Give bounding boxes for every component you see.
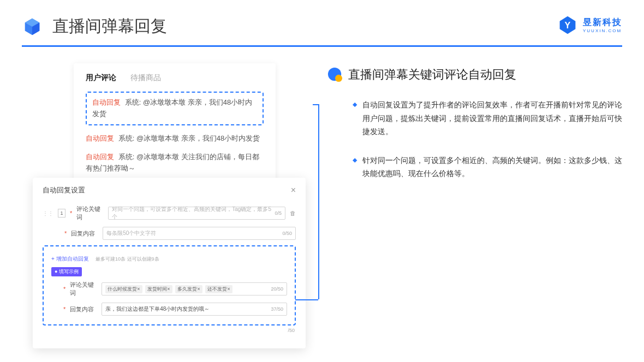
ex-content-input[interactable]: 亲，我们这边都是下单48小时内发货的哦～ 37/50 (102, 303, 287, 316)
tab-user-comments[interactable]: 用户评论 (86, 73, 116, 83)
content-input[interactable]: 每条限50个中文字符 0/50 (103, 227, 296, 240)
example-panel: + 增加自动回复 最多可建10条 还可以创建9条 ● 填写示例 * 评论关键词 … (43, 245, 296, 325)
auto-reply-label: 自动回复 (92, 98, 121, 106)
required-star: * (63, 286, 65, 292)
auto-reply-label: 自动回复 (86, 153, 114, 161)
tab-pending-goods[interactable]: 待播商品 (130, 73, 161, 83)
ex-keyword-label: 评论关键词 (70, 281, 97, 297)
brand-icon: Y (558, 15, 577, 35)
svg-text:Y: Y (565, 20, 571, 30)
auto-reply-label: 自动回复 (86, 134, 114, 142)
keyword-input[interactable]: 对同一个问题，可设置多个相近、高频的关键词，Tag确定，最多5个 0/5 (108, 207, 285, 220)
comment-line-3: 自动回复 系统: @冰墩墩本墩 关注我们的店铺，每日都有热门推荐呦～ (86, 152, 264, 174)
content-counter: 0/50 (282, 231, 292, 236)
ex-keyword-input[interactable]: 什么时候发货× 发货时间× 多久发货× 还不发货× 20/50 (102, 282, 287, 295)
close-icon[interactable]: × (291, 185, 296, 195)
auto-reply-settings-card: 自动回复设置 × ⋮⋮ 1 * 评论关键词 对同一个问题，可设置多个相近、高频的… (33, 178, 306, 348)
connector-line (295, 299, 318, 300)
example-badge: ● 填写示例 (51, 267, 82, 276)
section-title-text: 直播间弹幕关键词评论自动回复 (348, 67, 516, 83)
connector-line (318, 104, 319, 299)
tag[interactable]: 还不发货× (205, 285, 232, 293)
brand-name-cn: 昱新科技 (583, 17, 622, 28)
svg-point-2 (335, 75, 342, 82)
ex-content-counter: 37/50 (271, 306, 283, 312)
tag[interactable]: 发货时间× (145, 285, 172, 293)
keyword-counter: 0/5 (275, 210, 282, 216)
settings-title: 自动回复设置 (43, 185, 85, 195)
section-title: 直播间弹幕关键词评论自动回复 (327, 67, 622, 83)
connector-line (313, 104, 318, 105)
system-label: 系统: (118, 134, 135, 142)
ex-tags-container: 什么时候发货× 发货时间× 多久发货× 还不发货× (105, 285, 234, 293)
comment-line-2: 自动回复 系统: @冰墩墩本墩 亲亲，我们48小时内发货 (86, 133, 264, 144)
content-label: 回复内容 (71, 230, 98, 238)
tag[interactable]: 什么时候发货× (105, 285, 142, 293)
tag[interactable]: 多久发货× (175, 285, 202, 293)
brand-name-en: YUUXIN.COM (583, 28, 622, 33)
ex-keyword-counter: 20/50 (271, 286, 283, 292)
description-1: 自动回复设置为了提升作者的评论回复效率，作者可在开播前针对常见的评论用户问题，提… (353, 98, 622, 138)
comment-text: @冰墩墩本墩 亲亲，我们48小时内发货 (136, 134, 260, 142)
page-title: 直播间弹幕回复 (52, 15, 167, 38)
drag-handle-icon[interactable]: ⋮⋮ (43, 210, 53, 216)
description-2: 针对同一个问题，可设置多个相近的、高频的关键词。例如：这款多少钱、这块能优惠吗、… (353, 154, 622, 180)
ex-content-label: 回复内容 (70, 305, 97, 313)
delete-icon[interactable]: 🗑 (290, 210, 296, 216)
keyword-label: 评论关键词 (76, 205, 104, 221)
footer-counter: /50 (43, 328, 296, 333)
rule-index: 1 (58, 209, 65, 218)
comments-card: 用户评论 待播商品 自动回复 系统: @冰墩墩本墩 亲亲，我们48小时内发货 自… (74, 63, 276, 192)
highlighted-comment-box: 自动回复 系统: @冰墩墩本墩 亲亲，我们48小时内发货 (86, 92, 264, 125)
brand-logo: Y 昱新科技 YUUXIN.COM (558, 15, 622, 35)
ex-content-value: 亲，我们这边都是下单48小时内发货的哦～ (105, 305, 210, 313)
system-label: 系统: (118, 153, 135, 161)
add-hint: 最多可建10条 还可以创建9条 (96, 256, 159, 262)
bullet-icon (327, 67, 343, 82)
add-auto-reply-link[interactable]: + 增加自动回复 (51, 256, 89, 262)
logo-box-icon (22, 16, 43, 37)
system-label: 系统: (125, 98, 141, 106)
required-star: * (63, 306, 65, 312)
keyword-placeholder: 对同一个问题，可设置多个相近、高频的关键词，Tag确定，最多5个 (112, 206, 275, 221)
required-star: * (70, 210, 72, 216)
required-star: * (64, 230, 67, 237)
content-placeholder: 每条限50个中文字符 (106, 230, 156, 237)
